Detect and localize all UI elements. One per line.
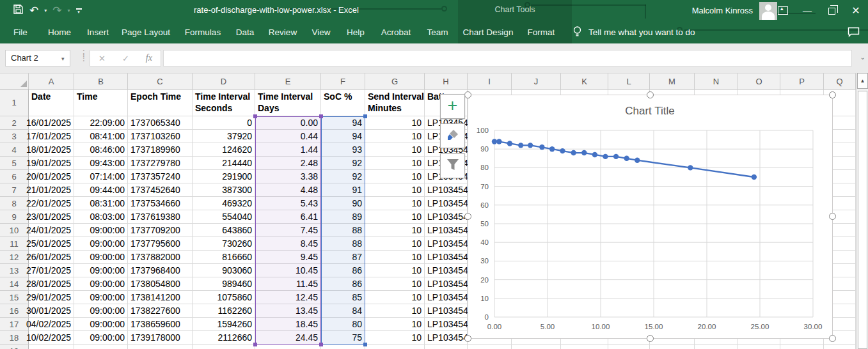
row-header-15[interactable]: 15 <box>0 291 29 304</box>
cell-E17[interactable]: 18.45 <box>255 318 321 331</box>
cell-G10[interactable]: 10 <box>365 224 425 237</box>
cell-G1[interactable]: Send IntervalMinutes <box>365 89 425 116</box>
cell-D10[interactable]: 643860 <box>193 224 255 237</box>
cell-C19[interactable] <box>128 345 193 349</box>
cell-F4[interactable]: 93 <box>321 143 365 157</box>
cell-C16[interactable]: 1738227600 <box>128 304 193 318</box>
col-header-E[interactable]: E <box>255 73 321 89</box>
tab-page-layout[interactable]: Page Layout <box>122 21 170 43</box>
chart-resize-handle[interactable] <box>829 213 836 220</box>
col-header-L[interactable]: L <box>608 73 650 89</box>
cell-D4[interactable]: 124620 <box>193 143 255 157</box>
cell-A1[interactable]: Date <box>29 89 74 116</box>
cell-G3[interactable]: 10 <box>365 130 425 143</box>
cell-B18[interactable]: 09:00:00 <box>74 331 128 345</box>
cell-H11[interactable]: LP103454 <box>425 237 468 251</box>
chart-filters-button[interactable] <box>440 153 465 178</box>
cell-A13[interactable]: 27/01/2025 <box>29 264 74 277</box>
cell-C9[interactable]: 1737619380 <box>128 210 193 224</box>
cell-G6[interactable]: 10 <box>365 170 425 183</box>
cell-D7[interactable]: 387300 <box>193 183 255 197</box>
close-icon[interactable]: ✕ <box>844 0 868 21</box>
cell-C5[interactable]: 1737279780 <box>128 157 193 170</box>
cell-D1[interactable]: Time IntervalSeconds <box>193 89 255 116</box>
cell-F11[interactable]: 88 <box>321 237 365 251</box>
cell-M19[interactable] <box>650 345 695 349</box>
cell-H16[interactable]: LP103454 <box>425 304 468 318</box>
cell-F9[interactable]: 89 <box>321 210 365 224</box>
col-header-K[interactable]: K <box>561 73 608 89</box>
cell-F18[interactable]: 75 <box>321 331 365 345</box>
tab-home[interactable]: Home <box>48 21 71 43</box>
cell-C2[interactable]: 1737065340 <box>128 116 193 130</box>
cell-F7[interactable]: 91 <box>321 183 365 197</box>
chart-resize-handle[interactable] <box>647 91 654 98</box>
tab-acrobat[interactable]: Acrobat <box>381 21 411 43</box>
row-header-16[interactable]: 16 <box>0 304 29 318</box>
chart-resize-handle[interactable] <box>647 335 654 342</box>
cell-E15[interactable]: 12.45 <box>255 291 321 304</box>
cell-E12[interactable]: 9.45 <box>255 251 321 264</box>
cell-A11[interactable]: 25/01/2025 <box>29 237 74 251</box>
cell-D18[interactable]: 2112660 <box>193 331 255 345</box>
cell-C18[interactable]: 1739178000 <box>128 331 193 345</box>
col-header-F[interactable]: F <box>321 73 365 89</box>
cell-P19[interactable] <box>780 345 824 349</box>
row-header-1[interactable]: 1 <box>0 89 29 116</box>
name-box[interactable]: Chart 2 <box>5 50 70 66</box>
row-header-17[interactable]: 17 <box>0 318 29 331</box>
cell-E2[interactable]: 0.00 <box>255 116 321 130</box>
cell-C13[interactable]: 1737968400 <box>128 264 193 277</box>
cell-B13[interactable]: 09:00:00 <box>74 264 128 277</box>
chart-object[interactable]: 01020304050607080901000.005.0010.0015.00… <box>468 95 833 339</box>
row-header-13[interactable]: 13 <box>0 264 29 277</box>
cell-L19[interactable] <box>608 345 650 349</box>
tab-review[interactable]: Review <box>269 21 297 43</box>
formula-bar-expand-icon[interactable]: ⌄ <box>860 54 865 61</box>
cell-C7[interactable]: 1737452640 <box>128 183 193 197</box>
cell-G17[interactable]: 10 <box>365 318 425 331</box>
cell-E14[interactable]: 11.45 <box>255 277 321 291</box>
cell-G9[interactable]: 10 <box>365 210 425 224</box>
row-header-6[interactable]: 6 <box>0 170 29 183</box>
cell-B16[interactable]: 09:00:00 <box>74 304 128 318</box>
cell-H12[interactable]: LP103454 <box>425 251 468 264</box>
cell-E6[interactable]: 3.38 <box>255 170 321 183</box>
cell-B9[interactable]: 08:03:00 <box>74 210 128 224</box>
formula-input[interactable] <box>163 50 852 66</box>
cell-H10[interactable]: LP103454 <box>425 224 468 237</box>
chart-resize-handle[interactable] <box>829 91 836 98</box>
tab-formulas[interactable]: Formulas <box>185 21 221 43</box>
cell-A17[interactable]: 04/02/2025 <box>29 318 74 331</box>
cell-G2[interactable]: 10 <box>365 116 425 130</box>
cell-C14[interactable]: 1738054800 <box>128 277 193 291</box>
cell-E18[interactable]: 24.45 <box>255 331 321 345</box>
cell-H17[interactable]: LP103454 <box>425 318 468 331</box>
cell-F16[interactable]: 84 <box>321 304 365 318</box>
cell-G19[interactable] <box>365 345 425 349</box>
cell-G4[interactable]: 10 <box>365 143 425 157</box>
cell-G14[interactable]: 10 <box>365 277 425 291</box>
undo-dropdown-icon[interactable]: ▾ <box>44 8 47 13</box>
cell-C6[interactable]: 1737357240 <box>128 170 193 183</box>
cell-B3[interactable]: 08:41:00 <box>74 130 128 143</box>
col-header-C[interactable]: C <box>128 73 193 89</box>
cell-D5[interactable]: 214440 <box>193 157 255 170</box>
cell-O19[interactable] <box>738 345 780 349</box>
ribbon-display-options-icon[interactable] <box>771 0 795 21</box>
tab-team[interactable]: Team <box>427 21 448 43</box>
row-header-2[interactable]: 2 <box>0 116 29 130</box>
cell-G8[interactable]: 10 <box>365 197 425 210</box>
cell-F1[interactable]: SoC % <box>321 89 365 116</box>
row-header-4[interactable]: 4 <box>0 143 29 157</box>
cell-J19[interactable] <box>512 345 561 349</box>
cell-E9[interactable]: 6.41 <box>255 210 321 224</box>
select-all-corner[interactable] <box>0 73 29 89</box>
cell-A3[interactable]: 17/01/2025 <box>29 130 74 143</box>
row-header-14[interactable]: 14 <box>0 277 29 291</box>
chart-resize-handle[interactable] <box>464 213 471 220</box>
cell-E11[interactable]: 8.45 <box>255 237 321 251</box>
name-box-dropdown-icon[interactable]: ▾ <box>61 56 65 62</box>
cell-A19[interactable] <box>29 345 74 349</box>
cell-F14[interactable]: 86 <box>321 277 365 291</box>
